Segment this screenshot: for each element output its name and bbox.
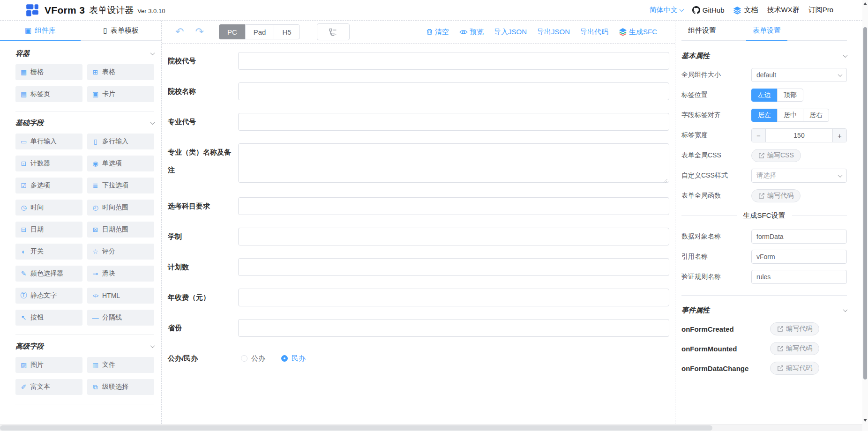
write-code-button[interactable]: 编写代码 — [751, 189, 801, 202]
device-h5-button[interactable]: H5 — [274, 24, 299, 39]
field-input[interactable] — [238, 52, 669, 70]
field-input[interactable] — [238, 113, 669, 131]
label-position-top-button[interactable]: 顶部 — [777, 89, 803, 102]
widget-slider[interactable]: ⊸滑块 — [87, 266, 154, 282]
form-field-row[interactable]: 专业代号 — [168, 113, 669, 131]
widget-card[interactable]: ▣卡片 — [87, 86, 154, 102]
section-header-container[interactable]: 容器 — [15, 49, 154, 58]
export-code-button[interactable]: 导出代码 — [580, 28, 608, 37]
widget-date[interactable]: ⊟日期 — [15, 222, 82, 238]
label-align-center-button[interactable]: 居中 — [777, 109, 803, 122]
tab-form-templates[interactable]: ▯ 表单模板 — [81, 21, 161, 41]
widget-html[interactable]: </>HTML — [87, 288, 154, 304]
horizontal-scrollbar-thumb[interactable] — [0, 425, 712, 431]
vertical-scrollbar[interactable] — [862, 0, 868, 424]
widget-divider[interactable]: —分隔线 — [87, 310, 154, 326]
rules-name-input[interactable] — [751, 270, 847, 284]
node-tree-button[interactable] — [317, 23, 350, 40]
form-field-row[interactable]: 学制 — [168, 228, 669, 245]
custom-css-select[interactable]: 请选择 — [751, 169, 847, 183]
widget-file[interactable]: ▥文件 — [87, 357, 154, 373]
clear-form-button[interactable]: 清空 — [426, 28, 449, 37]
decrease-button[interactable]: − — [752, 129, 766, 142]
generate-sfc-button[interactable]: 生成SFC — [619, 28, 657, 37]
widget-static-text[interactable]: Ⓣ静态文字 — [15, 288, 82, 304]
widget-switch[interactable]: ◐开关 — [15, 244, 82, 260]
horizontal-scrollbar[interactable] — [0, 424, 862, 431]
write-css-button[interactable]: 编写CSS — [751, 149, 801, 162]
data-object-name-input[interactable] — [751, 230, 847, 244]
redo-button[interactable]: ↷ — [195, 27, 203, 37]
device-pad-button[interactable]: Pad — [245, 24, 275, 39]
field-input[interactable] — [238, 228, 669, 245]
field-input[interactable] — [238, 82, 669, 100]
label-align-left-button[interactable]: 居左 — [751, 109, 778, 122]
undo-button[interactable]: ↶ — [175, 27, 184, 37]
label-align-right-button[interactable]: 居右 — [803, 109, 829, 122]
language-selector[interactable]: 简体中文 — [650, 6, 683, 15]
field-input[interactable] — [238, 319, 669, 337]
label-position-left-button[interactable]: 左边 — [751, 89, 778, 102]
section-header-basic-fields[interactable]: 基础字段 — [15, 119, 154, 127]
widget-grid[interactable]: ▦栅格 — [15, 64, 82, 80]
widget-button[interactable]: ↖按钮 — [15, 310, 82, 326]
field-input[interactable] — [238, 258, 669, 276]
radio-option-private[interactable]: 民办 — [281, 354, 306, 363]
field-textarea[interactable] — [238, 143, 669, 183]
form-field-row[interactable]: 院校代号 — [168, 52, 669, 70]
write-code-button[interactable]: 编写代码 — [770, 362, 819, 375]
event-props-header[interactable]: 事件属性 — [681, 306, 847, 315]
form-field-row[interactable]: 年收费（元） — [168, 289, 669, 306]
tab-form-settings[interactable]: 表单设置 — [746, 21, 787, 41]
form-field-row[interactable]: 省份 — [168, 319, 669, 337]
github-link[interactable]: GitHub — [692, 6, 725, 14]
ref-name-input[interactable] — [751, 250, 847, 264]
form-field-row[interactable]: 选考科目要求 — [168, 197, 669, 215]
widget-rate[interactable]: ☆评分 — [87, 244, 154, 260]
widget-date-range[interactable]: ⊠日期范围 — [87, 222, 154, 238]
scroll-down-arrow-icon[interactable] — [863, 419, 867, 422]
widget-color-picker[interactable]: ✎颜色选择器 — [15, 266, 82, 282]
field-input[interactable] — [238, 289, 669, 306]
increase-button[interactable]: + — [832, 129, 846, 142]
form-field-row[interactable]: 院校名称 — [168, 82, 669, 100]
widget-table[interactable]: ⊞表格 — [87, 64, 154, 80]
scroll-up-arrow-icon[interactable] — [863, 2, 867, 5]
field-input[interactable] — [238, 197, 669, 215]
widget-time[interactable]: ◷时间 — [15, 200, 82, 216]
wx-group-link[interactable]: 技术WX群 — [767, 6, 799, 15]
basic-props-header[interactable]: 基本属性 — [681, 52, 847, 60]
write-code-button[interactable]: 编写代码 — [770, 322, 819, 335]
widget-rich-text[interactable]: ✐富文本 — [15, 379, 82, 395]
export-json-button[interactable]: 导出JSON — [537, 28, 570, 37]
radio-group: 公办 民办 — [238, 349, 669, 367]
tab-widget-settings[interactable]: 组件设置 — [681, 21, 723, 41]
write-code-button[interactable]: 编写代码 — [770, 342, 819, 355]
form-field-row[interactable]: 计划数 — [168, 258, 669, 276]
form-canvas[interactable]: 院校代号 院校名称 专业代号 专业（类）名称及备注 选考科目要求 学制 — [162, 44, 675, 424]
global-size-select[interactable]: default — [751, 68, 847, 82]
widget-radio[interactable]: ◉单选项 — [87, 156, 154, 171]
widget-select[interactable]: ≣下拉选项 — [87, 178, 154, 193]
radio-option-public[interactable]: 公办 — [241, 354, 265, 363]
vertical-scrollbar-thumb[interactable] — [863, 27, 867, 379]
widget-input[interactable]: ▭单行输入 — [15, 134, 82, 149]
widget-time-range[interactable]: ◴时间范围 — [87, 200, 154, 216]
widget-tabs[interactable]: ▤标签页 — [15, 86, 82, 102]
widget-number[interactable]: ⊡计数器 — [15, 156, 82, 171]
docs-link[interactable]: 文档 — [733, 6, 758, 15]
widget-cascader[interactable]: ⧉级联选择 — [87, 379, 154, 395]
subscribe-pro-link[interactable]: 订阅Pro — [808, 6, 833, 15]
tab-widget-library[interactable]: ▣ 组件库 — [0, 21, 81, 41]
preview-button[interactable]: 预览 — [459, 28, 484, 37]
form-field-row[interactable]: 公办/民办 公办 民办 — [168, 349, 669, 367]
form-field-row[interactable]: 专业（类）名称及备注 — [168, 143, 669, 185]
section-header-advanced-fields[interactable]: 高级字段 — [15, 342, 154, 351]
import-json-button[interactable]: 导入JSON — [494, 28, 527, 37]
widget-picture[interactable]: ▨图片 — [15, 357, 82, 373]
label-width-input[interactable] — [766, 129, 832, 142]
widget-textarea[interactable]: ▯多行输入 — [87, 134, 154, 149]
widget-checkbox[interactable]: ☑多选项 — [15, 178, 82, 193]
device-pc-button[interactable]: PC — [219, 24, 246, 39]
action-label: 导出JSON — [537, 28, 570, 37]
